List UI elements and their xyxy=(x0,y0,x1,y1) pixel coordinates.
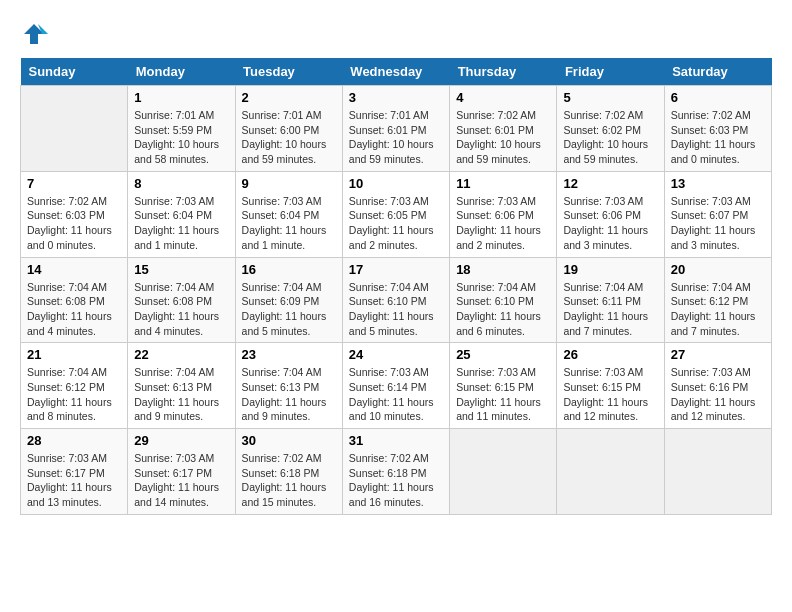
day-info: Sunrise: 7:02 AM Sunset: 6:01 PM Dayligh… xyxy=(456,108,550,167)
day-number: 17 xyxy=(349,262,443,277)
day-info: Sunrise: 7:04 AM Sunset: 6:08 PM Dayligh… xyxy=(27,280,121,339)
calendar-day-cell: 5Sunrise: 7:02 AM Sunset: 6:02 PM Daylig… xyxy=(557,86,664,172)
calendar-day-cell: 7Sunrise: 7:02 AM Sunset: 6:03 PM Daylig… xyxy=(21,171,128,257)
calendar-table: SundayMondayTuesdayWednesdayThursdayFrid… xyxy=(20,58,772,515)
day-number: 25 xyxy=(456,347,550,362)
day-info: Sunrise: 7:03 AM Sunset: 6:16 PM Dayligh… xyxy=(671,365,765,424)
weekday-header-tuesday: Tuesday xyxy=(235,58,342,86)
day-info: Sunrise: 7:01 AM Sunset: 5:59 PM Dayligh… xyxy=(134,108,228,167)
calendar-day-cell: 4Sunrise: 7:02 AM Sunset: 6:01 PM Daylig… xyxy=(450,86,557,172)
day-info: Sunrise: 7:03 AM Sunset: 6:15 PM Dayligh… xyxy=(563,365,657,424)
calendar-day-cell: 19Sunrise: 7:04 AM Sunset: 6:11 PM Dayli… xyxy=(557,257,664,343)
day-number: 20 xyxy=(671,262,765,277)
calendar-day-cell: 17Sunrise: 7:04 AM Sunset: 6:10 PM Dayli… xyxy=(342,257,449,343)
calendar-day-cell: 13Sunrise: 7:03 AM Sunset: 6:07 PM Dayli… xyxy=(664,171,771,257)
day-info: Sunrise: 7:03 AM Sunset: 6:06 PM Dayligh… xyxy=(563,194,657,253)
day-info: Sunrise: 7:03 AM Sunset: 6:07 PM Dayligh… xyxy=(671,194,765,253)
calendar-day-cell: 27Sunrise: 7:03 AM Sunset: 6:16 PM Dayli… xyxy=(664,343,771,429)
weekday-header-friday: Friday xyxy=(557,58,664,86)
weekday-header-saturday: Saturday xyxy=(664,58,771,86)
day-number: 12 xyxy=(563,176,657,191)
calendar-day-cell: 23Sunrise: 7:04 AM Sunset: 6:13 PM Dayli… xyxy=(235,343,342,429)
calendar-day-cell: 22Sunrise: 7:04 AM Sunset: 6:13 PM Dayli… xyxy=(128,343,235,429)
weekday-header-wednesday: Wednesday xyxy=(342,58,449,86)
day-number: 29 xyxy=(134,433,228,448)
day-number: 2 xyxy=(242,90,336,105)
weekday-header-thursday: Thursday xyxy=(450,58,557,86)
calendar-day-cell: 30Sunrise: 7:02 AM Sunset: 6:18 PM Dayli… xyxy=(235,429,342,515)
day-number: 4 xyxy=(456,90,550,105)
calendar-day-cell: 10Sunrise: 7:03 AM Sunset: 6:05 PM Dayli… xyxy=(342,171,449,257)
calendar-week-row: 1Sunrise: 7:01 AM Sunset: 5:59 PM Daylig… xyxy=(21,86,772,172)
day-number: 30 xyxy=(242,433,336,448)
day-number: 18 xyxy=(456,262,550,277)
day-info: Sunrise: 7:03 AM Sunset: 6:04 PM Dayligh… xyxy=(242,194,336,253)
day-info: Sunrise: 7:03 AM Sunset: 6:17 PM Dayligh… xyxy=(134,451,228,510)
calendar-day-cell: 11Sunrise: 7:03 AM Sunset: 6:06 PM Dayli… xyxy=(450,171,557,257)
day-info: Sunrise: 7:02 AM Sunset: 6:03 PM Dayligh… xyxy=(671,108,765,167)
day-info: Sunrise: 7:04 AM Sunset: 6:10 PM Dayligh… xyxy=(349,280,443,339)
day-info: Sunrise: 7:04 AM Sunset: 6:09 PM Dayligh… xyxy=(242,280,336,339)
day-number: 23 xyxy=(242,347,336,362)
day-info: Sunrise: 7:03 AM Sunset: 6:14 PM Dayligh… xyxy=(349,365,443,424)
logo-icon xyxy=(20,20,48,48)
calendar-week-row: 21Sunrise: 7:04 AM Sunset: 6:12 PM Dayli… xyxy=(21,343,772,429)
calendar-day-cell: 25Sunrise: 7:03 AM Sunset: 6:15 PM Dayli… xyxy=(450,343,557,429)
calendar-day-cell: 12Sunrise: 7:03 AM Sunset: 6:06 PM Dayli… xyxy=(557,171,664,257)
calendar-day-cell xyxy=(450,429,557,515)
weekday-header-sunday: Sunday xyxy=(21,58,128,86)
day-number: 8 xyxy=(134,176,228,191)
day-info: Sunrise: 7:04 AM Sunset: 6:12 PM Dayligh… xyxy=(671,280,765,339)
day-number: 15 xyxy=(134,262,228,277)
weekday-header-monday: Monday xyxy=(128,58,235,86)
day-number: 9 xyxy=(242,176,336,191)
weekday-header-row: SundayMondayTuesdayWednesdayThursdayFrid… xyxy=(21,58,772,86)
calendar-day-cell: 1Sunrise: 7:01 AM Sunset: 5:59 PM Daylig… xyxy=(128,86,235,172)
day-number: 28 xyxy=(27,433,121,448)
day-info: Sunrise: 7:02 AM Sunset: 6:18 PM Dayligh… xyxy=(349,451,443,510)
day-info: Sunrise: 7:03 AM Sunset: 6:04 PM Dayligh… xyxy=(134,194,228,253)
day-info: Sunrise: 7:04 AM Sunset: 6:13 PM Dayligh… xyxy=(242,365,336,424)
calendar-day-cell: 16Sunrise: 7:04 AM Sunset: 6:09 PM Dayli… xyxy=(235,257,342,343)
day-info: Sunrise: 7:04 AM Sunset: 6:10 PM Dayligh… xyxy=(456,280,550,339)
calendar-day-cell xyxy=(21,86,128,172)
calendar-day-cell: 9Sunrise: 7:03 AM Sunset: 6:04 PM Daylig… xyxy=(235,171,342,257)
day-number: 16 xyxy=(242,262,336,277)
day-number: 14 xyxy=(27,262,121,277)
calendar-day-cell xyxy=(557,429,664,515)
day-info: Sunrise: 7:04 AM Sunset: 6:11 PM Dayligh… xyxy=(563,280,657,339)
day-number: 3 xyxy=(349,90,443,105)
day-number: 27 xyxy=(671,347,765,362)
day-info: Sunrise: 7:04 AM Sunset: 6:12 PM Dayligh… xyxy=(27,365,121,424)
day-info: Sunrise: 7:02 AM Sunset: 6:18 PM Dayligh… xyxy=(242,451,336,510)
logo xyxy=(20,20,52,48)
calendar-day-cell: 29Sunrise: 7:03 AM Sunset: 6:17 PM Dayli… xyxy=(128,429,235,515)
day-number: 21 xyxy=(27,347,121,362)
calendar-day-cell: 15Sunrise: 7:04 AM Sunset: 6:08 PM Dayli… xyxy=(128,257,235,343)
calendar-week-row: 14Sunrise: 7:04 AM Sunset: 6:08 PM Dayli… xyxy=(21,257,772,343)
calendar-day-cell: 24Sunrise: 7:03 AM Sunset: 6:14 PM Dayli… xyxy=(342,343,449,429)
calendar-day-cell: 2Sunrise: 7:01 AM Sunset: 6:00 PM Daylig… xyxy=(235,86,342,172)
calendar-day-cell: 20Sunrise: 7:04 AM Sunset: 6:12 PM Dayli… xyxy=(664,257,771,343)
calendar-week-row: 28Sunrise: 7:03 AM Sunset: 6:17 PM Dayli… xyxy=(21,429,772,515)
day-info: Sunrise: 7:02 AM Sunset: 6:02 PM Dayligh… xyxy=(563,108,657,167)
calendar-day-cell: 21Sunrise: 7:04 AM Sunset: 6:12 PM Dayli… xyxy=(21,343,128,429)
day-number: 7 xyxy=(27,176,121,191)
day-number: 22 xyxy=(134,347,228,362)
day-number: 11 xyxy=(456,176,550,191)
calendar-day-cell: 8Sunrise: 7:03 AM Sunset: 6:04 PM Daylig… xyxy=(128,171,235,257)
day-number: 26 xyxy=(563,347,657,362)
day-number: 10 xyxy=(349,176,443,191)
calendar-day-cell: 6Sunrise: 7:02 AM Sunset: 6:03 PM Daylig… xyxy=(664,86,771,172)
day-info: Sunrise: 7:03 AM Sunset: 6:15 PM Dayligh… xyxy=(456,365,550,424)
calendar-day-cell: 28Sunrise: 7:03 AM Sunset: 6:17 PM Dayli… xyxy=(21,429,128,515)
day-number: 19 xyxy=(563,262,657,277)
calendar-week-row: 7Sunrise: 7:02 AM Sunset: 6:03 PM Daylig… xyxy=(21,171,772,257)
day-info: Sunrise: 7:02 AM Sunset: 6:03 PM Dayligh… xyxy=(27,194,121,253)
calendar-day-cell: 26Sunrise: 7:03 AM Sunset: 6:15 PM Dayli… xyxy=(557,343,664,429)
day-number: 24 xyxy=(349,347,443,362)
day-number: 5 xyxy=(563,90,657,105)
calendar-day-cell: 18Sunrise: 7:04 AM Sunset: 6:10 PM Dayli… xyxy=(450,257,557,343)
day-info: Sunrise: 7:03 AM Sunset: 6:05 PM Dayligh… xyxy=(349,194,443,253)
day-number: 13 xyxy=(671,176,765,191)
